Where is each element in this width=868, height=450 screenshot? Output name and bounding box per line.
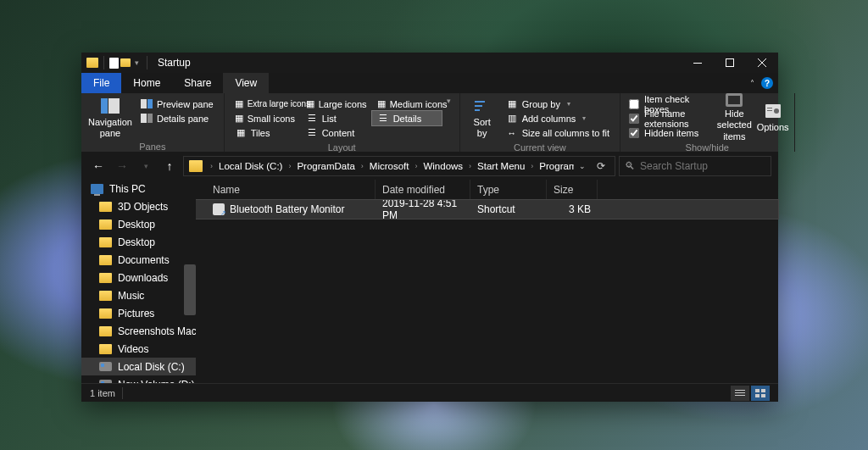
ribbon-group-panes: Navigation pane Preview pane Details pan… (81, 93, 225, 152)
breadcrumb-segment[interactable]: ProgramData (295, 161, 356, 171)
column-header[interactable]: Name (206, 180, 376, 199)
file-row[interactable]: Bluetooth Battery Monitor2019-11-28 4:51… (196, 200, 778, 219)
group-by-button[interactable]: ▦Group by▾ (501, 97, 615, 111)
sidebar-item[interactable]: Documents (81, 251, 196, 269)
svg-rect-14 (767, 108, 772, 108)
svg-rect-5 (147, 99, 153, 108)
tiles-icon: ▦ (235, 128, 247, 138)
properties-icon[interactable] (109, 58, 119, 69)
breadcrumb-segment[interactable]: Microsoft (368, 161, 411, 171)
breadcrumb-segment[interactable]: Windows (421, 161, 465, 171)
address-dropdown-icon[interactable]: ⌄ (574, 158, 591, 175)
pc-icon (90, 183, 103, 195)
sidebar-item[interactable]: Desktop (81, 233, 196, 251)
file-list[interactable]: NameDate modifiedTypeSize Bluetooth Batt… (196, 180, 778, 383)
breadcrumb-segment[interactable]: Start Menu (476, 161, 526, 171)
svg-rect-10 (475, 109, 480, 111)
navigation-tree[interactable]: This PC3D ObjectsDesktopDesktopDocuments… (81, 180, 196, 383)
svg-rect-4 (141, 99, 147, 108)
address-bar[interactable]: › Local Disk (C:)›ProgramData›Microsoft›… (183, 156, 615, 176)
fit-icon: ↔ (506, 128, 518, 138)
back-button[interactable]: ← (88, 156, 108, 176)
list-icon: ☰ (306, 114, 318, 124)
details-pane-button[interactable]: Details pane (136, 111, 219, 125)
drv-icon (98, 379, 112, 384)
maximize-button[interactable] (714, 53, 746, 73)
search-box[interactable]: 🔍︎ (619, 156, 771, 176)
sidebar-item[interactable]: Music (81, 286, 196, 304)
sidebar-item[interactable]: Downloads (81, 269, 196, 286)
scrollbar-thumb[interactable] (184, 264, 196, 315)
column-header[interactable]: Type (470, 180, 547, 199)
fld-icon (98, 290, 112, 302)
svg-rect-22 (755, 394, 760, 397)
thumbnails-view-button[interactable] (751, 386, 770, 401)
hide-selected-button[interactable]: Hide selected items (714, 97, 755, 139)
sidebar-item[interactable]: This PC (81, 180, 196, 197)
grid-icon: ▦ (235, 114, 243, 124)
sidebar-item[interactable]: 3D Objects (81, 197, 196, 215)
recent-dropdown-icon[interactable]: ▾ (136, 156, 156, 176)
add-columns-button[interactable]: ▥Add columns▾ (501, 111, 615, 125)
details-pane-icon (141, 114, 153, 124)
details-view-button[interactable] (731, 386, 749, 401)
layout-tiles[interactable]: ▦Tiles (230, 125, 299, 140)
window-title: Startup (156, 57, 191, 69)
new-folder-icon[interactable] (120, 58, 131, 67)
breadcrumb-segment[interactable]: Programs (537, 161, 574, 171)
qat-dropdown-icon[interactable]: ▾ (132, 58, 142, 67)
content-icon: ☰ (306, 128, 318, 138)
tab-file[interactable]: File (81, 73, 121, 93)
tab-view[interactable]: View (223, 73, 269, 93)
search-input[interactable] (640, 160, 767, 172)
options-button[interactable]: Options (757, 97, 789, 139)
help-icon[interactable]: ? (761, 77, 773, 89)
title-bar[interactable]: ▾ Startup (81, 53, 778, 73)
file-name-extensions-checkbox[interactable]: File name extensions (626, 111, 712, 125)
sidebar-item[interactable]: Local Disk (C:) (81, 358, 196, 375)
chevron-right-icon[interactable]: › (465, 162, 476, 170)
chevron-right-icon[interactable]: › (357, 162, 368, 170)
column-header[interactable]: Date modified (376, 180, 470, 199)
navigation-pane-icon (100, 97, 120, 115)
svg-rect-19 (735, 395, 745, 396)
refresh-button[interactable]: ⟳ (593, 158, 609, 175)
breadcrumb-segment[interactable]: Local Disk (C:) (217, 161, 284, 171)
layout-small[interactable]: ▦Small icons (230, 111, 299, 125)
column-header[interactable]: Size (547, 180, 598, 199)
hidden-items-checkbox[interactable]: Hidden items (626, 125, 712, 140)
file-explorer-window: ▾ Startup File Home Share View ˄ ? Navig… (81, 53, 778, 402)
svg-rect-9 (475, 105, 482, 107)
minimize-button[interactable] (682, 53, 714, 73)
size-columns-button[interactable]: ↔Size all columns to fit (501, 125, 615, 140)
preview-pane-button[interactable]: Preview pane (136, 97, 219, 111)
up-button[interactable]: ↑ (159, 156, 180, 176)
sidebar-item[interactable]: Videos (81, 340, 196, 358)
svg-rect-3 (108, 98, 120, 114)
layout-medium[interactable]: ▦Medium icons (372, 97, 442, 111)
layout-extra-large[interactable]: ▦Extra large icons (230, 97, 299, 111)
layout-large[interactable]: ▦Large icons (301, 97, 370, 111)
chevron-right-icon[interactable]: › (284, 162, 295, 170)
search-icon: 🔍︎ (625, 160, 635, 172)
sidebar-item[interactable]: Screenshots MacBoo (81, 322, 196, 340)
sort-by-button[interactable]: Sort by (465, 97, 499, 139)
tab-home[interactable]: Home (121, 73, 172, 93)
forward-button[interactable]: → (112, 156, 132, 176)
chevron-right-icon[interactable]: › (526, 162, 537, 170)
ribbon-group-show-hide: Item check boxes File name extensions Hi… (620, 93, 795, 152)
layout-details[interactable]: ☰Details (372, 111, 442, 125)
tab-share[interactable]: Share (172, 73, 223, 93)
chevron-right-icon[interactable]: › (206, 162, 217, 170)
close-button[interactable] (746, 53, 778, 73)
chevron-right-icon[interactable]: › (410, 162, 421, 170)
collapse-ribbon-icon[interactable]: ˄ (747, 75, 758, 92)
grid-icon: ▦ (377, 99, 386, 109)
layout-list[interactable]: ☰List (301, 111, 370, 125)
sidebar-item[interactable]: Pictures (81, 304, 196, 322)
layout-more-icon[interactable]: ▾ (447, 97, 451, 105)
navigation-pane-button[interactable]: Navigation pane (86, 97, 134, 139)
sidebar-item[interactable]: New Volume (D:) (81, 375, 196, 383)
sidebar-item[interactable]: Desktop (81, 215, 196, 233)
layout-content[interactable]: ☰Content (301, 125, 370, 140)
